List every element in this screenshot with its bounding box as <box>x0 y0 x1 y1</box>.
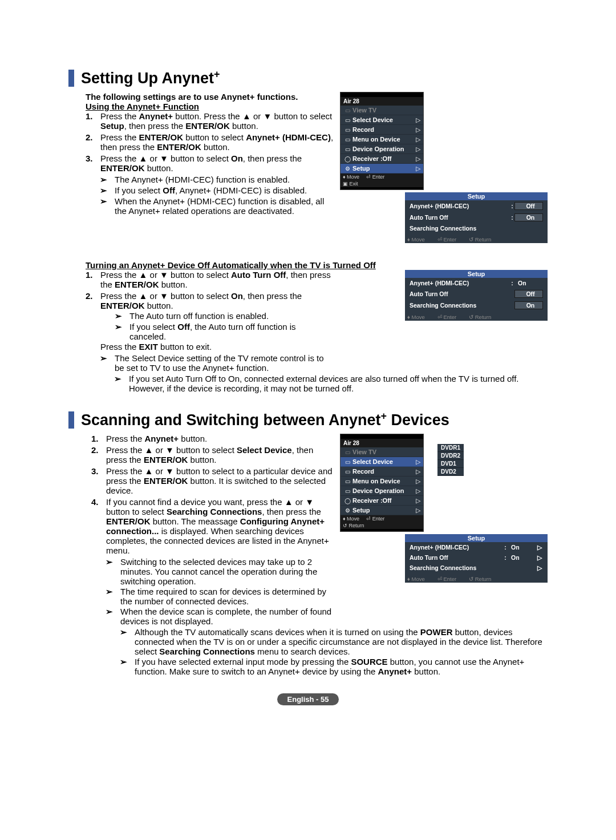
osd-4-tv: Air 28 ▭View TV ▭Select Device▷ ▭Record▷… <box>340 434 424 532</box>
sub-a-title: Using the Anynet+ Function <box>86 102 334 111</box>
title-setting-up: Setting Up Anynet+ <box>81 68 220 87</box>
note-icon: ➢ <box>100 175 115 185</box>
osd-4-device-popup: DVDR1 DVDR2 DVD1 DVD2 <box>437 444 464 476</box>
sub-b-steps: 1.Press the ▲ or ▼ button to select Auto… <box>86 270 334 352</box>
note-text: The Anynet+ (HDMI-CEC) function is enabl… <box>115 175 334 185</box>
section-2-heading: Scanning and Switching between Anynet+ D… <box>68 410 548 429</box>
sub-a-steps: 1.Press the Anynet+ button. Press the ▲ … <box>86 111 334 173</box>
osd-1-menu: Air 28 ▭View TV ▭Select Device▷ ▭Record▷… <box>341 97 423 187</box>
osd-2-setup: Setup Anynet+ (HDMI-CEC):Off Auto Turn O… <box>405 192 548 243</box>
osd-4-menu: Air 28 ▭View TV ▭Select Device▷ ▭Record▷… <box>341 439 423 529</box>
sub-b-title: Turning an Anynet+ Device Off Automatica… <box>86 260 548 270</box>
osd-5-setup: Setup Anynet+ (HDMI-CEC):On▷ Auto Turn O… <box>405 534 548 583</box>
accent-bar <box>68 70 74 87</box>
osd-3-setup: Setup Anynet+ (HDMI-CEC):On Auto Turn Of… <box>405 270 548 321</box>
intro-text: The following settings are to use Anynet… <box>86 92 334 102</box>
page-footer: English - 55 <box>68 693 548 705</box>
osd-1-tv: Air 28 ▭View TV ▭Select Device▷ ▭Record▷… <box>340 92 424 190</box>
section-2-steps: 1.Press the Anynet+ button. 2.Press the … <box>91 434 334 555</box>
title-scanning: Scanning and Switching between Anynet+ D… <box>81 410 449 429</box>
section-1-heading: Setting Up Anynet+ <box>68 68 548 87</box>
